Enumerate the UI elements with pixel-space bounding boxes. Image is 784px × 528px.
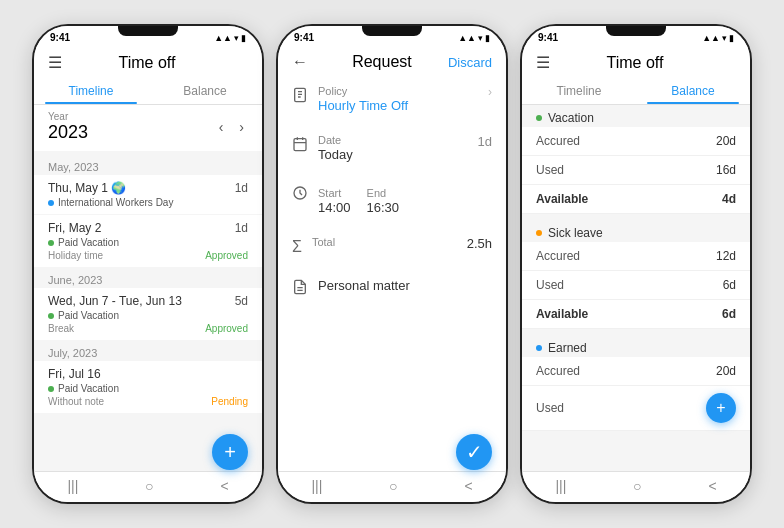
end-value: 16:30 xyxy=(367,200,400,215)
earned-accured-row: Accured 20d xyxy=(522,357,750,386)
request-time-row[interactable]: Start 14:00 End 16:30 xyxy=(278,173,506,225)
status-badge: Approved xyxy=(205,323,248,334)
accured-label-2: Accured xyxy=(536,249,580,263)
request-date-row[interactable]: Date Today 1d xyxy=(278,124,506,172)
confirm-fab-button[interactable]: ✓ xyxy=(456,434,492,470)
bottom-nav-1: ||| ○ < xyxy=(34,471,262,502)
status-time-3: 9:41 xyxy=(538,32,558,43)
phone-content-1: ☰ Time off Timeline Balance Year 2023 ‹ … xyxy=(34,45,262,502)
menu-icon-1[interactable]: ☰ xyxy=(48,53,62,72)
date-value: Today xyxy=(318,147,468,162)
chevron-right-icon: › xyxy=(488,85,492,99)
add-balance-fab-button[interactable]: + xyxy=(706,393,736,423)
nav-back-icon[interactable]: < xyxy=(220,478,228,494)
list-item: Thu, May 1 🌍 1d International Workers Da… xyxy=(34,175,262,214)
app-header-1: ☰ Time off xyxy=(34,45,262,76)
page-title-2: Request xyxy=(316,53,448,71)
vacation-available-row: Available 4d xyxy=(522,185,750,214)
timeline-days: 5d xyxy=(235,294,248,308)
tab-balance-3[interactable]: Balance xyxy=(636,76,750,104)
add-fab-button[interactable]: + xyxy=(212,434,248,470)
used-value-2: 6d xyxy=(723,278,736,292)
app-header-3: ☰ Time off xyxy=(522,45,750,76)
month-header-may: May, 2023 xyxy=(34,155,262,175)
phone-notch-2 xyxy=(362,26,422,36)
end-label: End xyxy=(367,187,400,199)
sick-accured-row: Accured 12d xyxy=(522,242,750,271)
tab-timeline-3[interactable]: Timeline xyxy=(522,76,636,104)
back-icon[interactable]: ← xyxy=(292,53,308,71)
accured-label-1: Accured xyxy=(536,134,580,148)
request-policy-row[interactable]: Policy Hourly Time Off › xyxy=(278,75,506,123)
total-value: 2.5h xyxy=(467,236,492,251)
scroll-content-3[interactable]: Vacation Accured 20d Used 16d Available … xyxy=(522,105,750,471)
page-title-1: Time off xyxy=(70,54,224,72)
sub-label: Break xyxy=(48,323,74,334)
sub-label: Holiday time xyxy=(48,250,103,261)
phone-timeline: 9:41 ▲▲ ▾ ▮ ☰ Time off Timeline Balance … xyxy=(32,24,264,504)
wifi-icon-1: ▾ xyxy=(234,33,239,43)
page-title-3: Time off xyxy=(558,54,712,72)
status-badge: Approved xyxy=(205,250,248,261)
available-label-1: Available xyxy=(536,192,588,206)
phone-content-3: ☰ Time off Timeline Balance Vacation Acc… xyxy=(522,45,750,502)
scroll-content-1[interactable]: Year 2023 ‹ › May, 2023 Thu, May 1 🌍 1d xyxy=(34,105,262,471)
policy-icon xyxy=(292,87,308,107)
nav-back-icon-3[interactable]: < xyxy=(708,478,716,494)
status-badge: Pending xyxy=(211,396,248,407)
sick-section-header: Sick leave xyxy=(522,220,750,242)
used-value-1: 16d xyxy=(716,163,736,177)
sick-available-row: Available 6d xyxy=(522,300,750,329)
clock-icon xyxy=(292,185,308,205)
dot-icon xyxy=(48,200,54,206)
nav-home-icon-3[interactable]: ○ xyxy=(633,478,641,494)
calendar-icon xyxy=(292,136,308,156)
year-nav: ‹ › xyxy=(215,117,248,137)
tabs-3: Timeline Balance xyxy=(522,76,750,105)
total-label: Total xyxy=(312,236,457,248)
nav-home-icon[interactable]: ○ xyxy=(145,478,153,494)
vacation-used-row: Used 16d xyxy=(522,156,750,185)
request-note-row[interactable]: Personal matter xyxy=(278,267,506,309)
phone-request: 9:41 ▲▲ ▾ ▮ ← Request Discard P xyxy=(276,24,508,504)
nav-lines-icon[interactable]: ||| xyxy=(67,478,78,494)
dot-icon xyxy=(48,313,54,319)
tabs-1: Timeline Balance xyxy=(34,76,262,105)
tab-timeline-1[interactable]: Timeline xyxy=(34,76,148,104)
used-label-1: Used xyxy=(536,163,564,177)
earned-section-header: Earned xyxy=(522,335,750,357)
bottom-nav-3: ||| ○ < xyxy=(522,471,750,502)
status-time-2: 9:41 xyxy=(294,32,314,43)
sub-label: Without note xyxy=(48,396,104,407)
timeline-date: Thu, May 1 🌍 xyxy=(48,181,126,195)
available-value-1: 4d xyxy=(722,192,736,206)
used-label-2: Used xyxy=(536,278,564,292)
discard-button[interactable]: Discard xyxy=(448,55,492,70)
wifi-icon-3: ▾ xyxy=(722,33,727,43)
nav-lines-icon-3[interactable]: ||| xyxy=(555,478,566,494)
nav-home-icon-2[interactable]: ○ xyxy=(389,478,397,494)
phone-notch-3 xyxy=(606,26,666,36)
earned-used-row: Used + xyxy=(522,386,750,431)
svg-rect-1 xyxy=(294,139,306,151)
vacation-label: Vacation xyxy=(548,111,594,125)
year-next-button[interactable]: › xyxy=(235,117,248,137)
dot-icon xyxy=(48,386,54,392)
tab-balance-1[interactable]: Balance xyxy=(148,76,262,104)
menu-icon-3[interactable]: ☰ xyxy=(536,53,550,72)
nav-lines-icon-2[interactable]: ||| xyxy=(311,478,322,494)
timeline-date: Fri, Jul 16 xyxy=(48,367,101,381)
used-label-3: Used xyxy=(536,401,564,415)
list-item: Fri, Jul 16 Paid Vacation Without note P… xyxy=(34,361,262,413)
earned-label: Earned xyxy=(548,341,587,355)
year-value: 2023 xyxy=(48,122,88,143)
app-header-2: ← Request Discard xyxy=(278,45,506,75)
note-value: Personal matter xyxy=(318,278,492,293)
year-prev-button[interactable]: ‹ xyxy=(215,117,228,137)
battery-icon-1: ▮ xyxy=(241,33,246,43)
battery-icon-2: ▮ xyxy=(485,33,490,43)
scroll-content-2: Policy Hourly Time Off › Date Today 1d xyxy=(278,75,506,471)
dot-icon xyxy=(48,240,54,246)
nav-back-icon-2[interactable]: < xyxy=(464,478,472,494)
start-label: Start xyxy=(318,187,351,199)
